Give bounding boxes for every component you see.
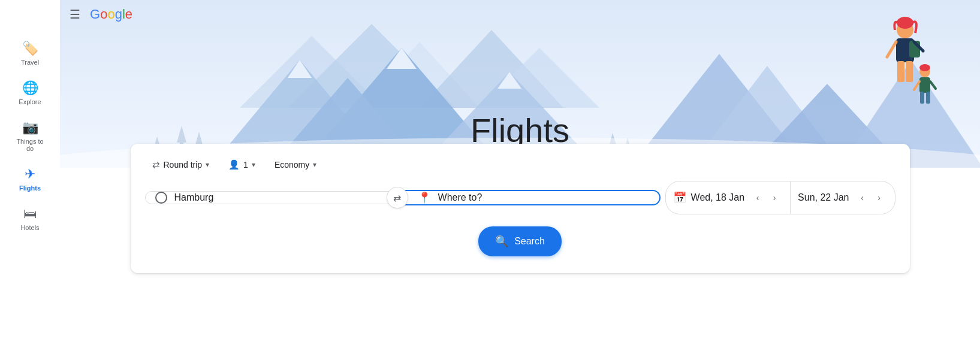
cabin-class-label: Economy (275, 160, 309, 170)
return-prev-button[interactable]: ‹ (854, 189, 871, 206)
trip-type-chevron: ▾ (206, 161, 209, 169)
passengers-chevron: ▾ (252, 161, 255, 169)
swap-arrows-icon: ⇄ (152, 159, 160, 170)
destination-input[interactable] (438, 192, 650, 203)
logo-e: e (125, 7, 132, 22)
swap-icon: ⇄ (393, 192, 401, 204)
svg-rect-39 (920, 92, 924, 104)
sidebar-item-explore[interactable]: 🌐 Explore (6, 75, 54, 110)
camera-icon: 📷 (22, 120, 38, 135)
cabin-class-chevron: ▾ (313, 161, 316, 169)
logo-o2: o (107, 7, 114, 22)
destination-field[interactable]: 📍 (397, 190, 661, 205)
hotels-icon: 🛏 (23, 206, 37, 222)
search-options-row: ⇄ Round trip ▾ 👤 1 ▾ Economy ▾ (145, 156, 895, 174)
sidebar-item-hotels[interactable]: 🛏 Hotels (6, 201, 54, 236)
depart-date-nav: ‹ › (749, 189, 783, 206)
svg-rect-32 (906, 61, 913, 82)
travel-icon: 🏷️ (22, 41, 38, 56)
sidebar-item-label-travel: Travel (21, 59, 39, 66)
svg-rect-40 (926, 92, 930, 104)
depart-prev-button[interactable]: ‹ (749, 189, 766, 206)
svg-line-34 (887, 42, 896, 57)
calendar-icon-depart: 📅 (673, 191, 686, 204)
origin-field[interactable] (145, 191, 397, 204)
swap-button[interactable]: ⇄ (387, 187, 408, 208)
origin-input[interactable] (174, 192, 387, 203)
explore-icon: 🌐 (22, 80, 38, 96)
date-fields: 📅 Wed, 18 Jan ‹ › Sun, 22 Jan ‹ › (665, 181, 895, 214)
return-date-nav: ‹ › (854, 189, 888, 206)
sidebar-item-label-flights: Flights (19, 184, 41, 192)
return-date: Sun, 22 Jan (798, 192, 849, 203)
svg-rect-38 (919, 77, 930, 93)
sidebar-item-things-to-do[interactable]: 📷 Things to do (6, 115, 54, 157)
logo-g: G (90, 7, 100, 22)
cabin-class-button[interactable]: Economy ▾ (267, 156, 324, 173)
trip-type-button[interactable]: ⇄ Round trip ▾ (145, 156, 217, 174)
sidebar-item-flights[interactable]: ✈ Flights (6, 162, 54, 196)
svg-point-37 (919, 64, 930, 71)
sidebar-item-label-explore: Explore (19, 98, 41, 105)
svg-line-41 (914, 81, 919, 90)
google-logo: G o o g l e (90, 7, 132, 22)
passengers-button[interactable]: 👤 1 ▾ (221, 156, 263, 174)
svg-line-42 (930, 81, 936, 89)
depart-date: Wed, 18 Jan (691, 192, 745, 203)
logo-g2: g (115, 7, 122, 22)
return-next-button[interactable]: › (871, 189, 888, 206)
search-card: ⇄ Round trip ▾ 👤 1 ▾ Economy ▾ (131, 144, 910, 273)
search-button[interactable]: 🔍 Search (478, 226, 562, 256)
depart-next-button[interactable]: › (766, 189, 783, 206)
hamburger-menu[interactable]: ☰ (70, 7, 80, 22)
location-pin-icon: 📍 (418, 191, 431, 204)
search-label: Search (514, 236, 545, 247)
sidebar: 🏷️ Travel 🌐 Explore 📷 Things to do ✈ Fli… (0, 0, 60, 339)
logo-o1: o (100, 7, 107, 22)
topbar: ☰ G o o g l e (60, 0, 980, 29)
person-icon: 👤 (228, 159, 240, 170)
depart-date-field[interactable]: 📅 Wed, 18 Jan ‹ › (666, 181, 791, 214)
origin-circle-icon (155, 192, 167, 204)
flights-icon: ✈ (25, 167, 35, 182)
sidebar-item-label-hotels: Hotels (20, 224, 39, 231)
trip-type-label: Round trip (164, 160, 203, 170)
return-date-field[interactable]: Sun, 22 Jan ‹ › (791, 181, 894, 214)
search-icon: 🔍 (495, 235, 508, 248)
sidebar-item-label-things: Things to do (13, 138, 47, 152)
svg-rect-31 (897, 61, 904, 82)
search-fields-row: ⇄ 📍 📅 Wed, 18 Jan ‹ › (145, 181, 895, 214)
main-content: ☰ G o o g l e (60, 0, 980, 339)
search-button-row: 🔍 Search (145, 226, 895, 256)
sidebar-item-travel[interactable]: 🏷️ Travel (6, 36, 54, 71)
passengers-count: 1 (243, 160, 248, 170)
